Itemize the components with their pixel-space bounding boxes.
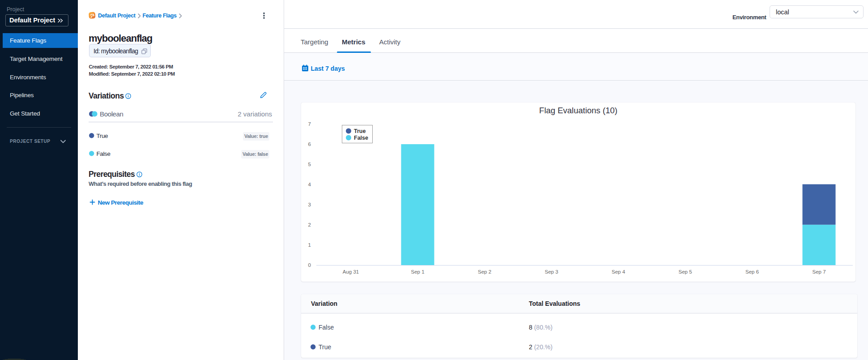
svg-text:7: 7 [308,121,311,127]
svg-text:Sep 7: Sep 7 [812,269,825,274]
svg-text:True: True [354,128,366,134]
svg-text:1: 1 [308,242,311,248]
svg-text:Sep 2: Sep 2 [478,269,491,274]
svg-text:Sep 1: Sep 1 [411,269,424,274]
svg-text:False: False [354,135,368,141]
svg-text:Sep 5: Sep 5 [678,269,692,274]
svg-text:Sep 3: Sep 3 [545,269,558,274]
svg-text:Sep 4: Sep 4 [612,269,625,274]
svg-text:0: 0 [308,262,311,268]
svg-text:6: 6 [308,141,311,147]
svg-text:4: 4 [308,182,311,187]
svg-text:5: 5 [308,162,311,167]
svg-text:Flag Evaluations (10): Flag Evaluations (10) [539,106,617,115]
svg-text:3: 3 [308,202,311,207]
svg-text:Aug 31: Aug 31 [343,269,359,274]
svg-text:Sep 6: Sep 6 [745,269,759,274]
svg-text:2: 2 [308,222,311,227]
